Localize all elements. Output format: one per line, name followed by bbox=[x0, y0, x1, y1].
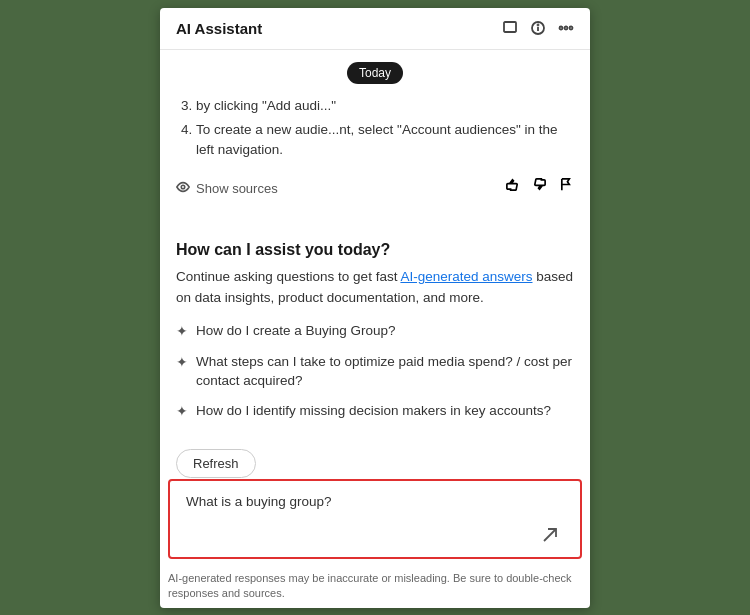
flag-icon[interactable] bbox=[559, 177, 574, 196]
spark-icon-3: ✦ bbox=[176, 403, 188, 419]
show-sources-label: Show sources bbox=[196, 181, 278, 196]
suggestion-item-2[interactable]: ✦ What steps can I take to optimize paid… bbox=[176, 353, 574, 391]
info-icon[interactable] bbox=[530, 20, 546, 36]
send-icon[interactable] bbox=[536, 521, 564, 549]
context-item-3: by clicking "Add audi..." bbox=[196, 96, 574, 116]
context-item-4: To create a new audie...nt, select "Acco… bbox=[196, 120, 574, 161]
svg-point-7 bbox=[181, 186, 185, 190]
thumbs-up-icon[interactable] bbox=[505, 177, 520, 196]
panel-title: AI Assistant bbox=[176, 20, 262, 37]
ai-assistant-panel: AI Assistant bbox=[160, 8, 590, 608]
message-context: by clicking "Add audi..." To create a ne… bbox=[176, 92, 574, 173]
more-icon[interactable] bbox=[558, 20, 574, 36]
svg-point-5 bbox=[565, 27, 568, 30]
refresh-area: Refresh bbox=[176, 441, 574, 478]
suggestion-item-1[interactable]: ✦ How do I create a Buying Group? bbox=[176, 322, 574, 341]
svg-line-8 bbox=[544, 529, 556, 541]
suggestion-item-3[interactable]: ✦ How do I identify missing decision mak… bbox=[176, 402, 574, 421]
svg-point-6 bbox=[570, 27, 573, 30]
content-area: Today by clicking "Add audi..." To creat… bbox=[160, 50, 590, 479]
assist-desc-text: Continue asking questions to get fast bbox=[176, 269, 397, 284]
svg-point-4 bbox=[560, 27, 563, 30]
disclaimer: AI-generated responses may be inaccurate… bbox=[160, 567, 590, 608]
chat-input[interactable] bbox=[186, 493, 564, 545]
suggestion-text-3: How do I identify missing decision maker… bbox=[196, 402, 551, 421]
eye-icon bbox=[176, 180, 190, 197]
spark-icon-1: ✦ bbox=[176, 323, 188, 339]
date-badge: Today bbox=[347, 62, 403, 84]
thumbs-down-icon[interactable] bbox=[532, 177, 547, 196]
assist-desc: Continue asking questions to get fast AI… bbox=[176, 267, 574, 308]
feedback-icons bbox=[505, 177, 574, 196]
svg-rect-0 bbox=[504, 22, 516, 32]
window-icon[interactable] bbox=[502, 20, 518, 36]
assist-title: How can I assist you today? bbox=[176, 241, 574, 259]
assist-section: How can I assist you today? Continue ask… bbox=[176, 229, 574, 441]
spark-icon-2: ✦ bbox=[176, 354, 188, 370]
suggestion-text-2: What steps can I take to optimize paid m… bbox=[196, 353, 574, 391]
feedback-row: Show sources bbox=[176, 172, 574, 213]
date-badge-container: Today bbox=[176, 50, 574, 92]
input-section bbox=[168, 479, 582, 559]
svg-point-3 bbox=[538, 25, 539, 26]
header-actions bbox=[502, 20, 574, 36]
panel-header: AI Assistant bbox=[160, 8, 590, 50]
suggestion-text-1: How do I create a Buying Group? bbox=[196, 322, 396, 341]
refresh-button[interactable]: Refresh bbox=[176, 449, 256, 478]
show-sources-button[interactable]: Show sources bbox=[176, 172, 278, 201]
input-area-wrapper bbox=[186, 493, 564, 549]
ai-answers-link[interactable]: AI-generated answers bbox=[400, 269, 532, 284]
